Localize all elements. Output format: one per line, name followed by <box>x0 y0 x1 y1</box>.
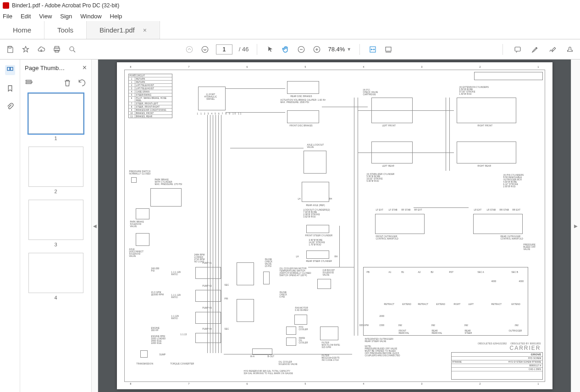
zoom-in-icon[interactable] <box>312 45 321 54</box>
zoom-display[interactable]: 78.4% ▼ <box>328 46 351 53</box>
sign-icon[interactable] <box>548 45 557 54</box>
menu-view[interactable]: View <box>39 13 52 20</box>
close-tab-icon[interactable]: × <box>143 27 147 34</box>
page-sheet: 87654321 87654321 PORTCIRCUIT 1RETURN 1R… <box>117 62 552 389</box>
svg-point-6 <box>202 46 208 53</box>
attachment-icon[interactable] <box>5 102 15 112</box>
rotate-icon[interactable] <box>77 79 87 87</box>
menubar: File Edit View Sign Window Help <box>0 11 580 21</box>
svg-rect-15 <box>26 82 32 84</box>
svg-rect-0 <box>9 46 11 48</box>
tab-home[interactable]: Home <box>0 21 44 39</box>
thumbnail-item[interactable]: 4 <box>23 253 88 300</box>
thumbnail-item[interactable]: 3 <box>23 200 88 247</box>
page-total: / 46 <box>239 46 249 53</box>
read-mode-icon[interactable] <box>384 45 393 54</box>
tab-document[interactable]: Binder1.pdf × <box>87 21 160 39</box>
save-icon[interactable] <box>6 45 15 54</box>
thumbnails-icon[interactable] <box>5 65 15 75</box>
titleblock: GROVE HYD SCHEM RT9000EHYD SYSTEM SCHEM … <box>451 352 543 380</box>
document-view[interactable]: 87654321 87654321 PORTCIRCUIT 1RETURN 1R… <box>98 60 571 392</box>
integrated-valve-block <box>363 267 528 336</box>
axle-lockout-block <box>304 151 326 174</box>
svg-rect-11 <box>515 47 520 51</box>
toolbar: / 46 78.4% ▼ <box>0 39 580 60</box>
port-table: PORTCIRCUIT 1RETURN 1RETURN 2LIFT/TELE/H… <box>128 74 172 118</box>
tab-tools[interactable]: Tools <box>44 21 87 39</box>
rear-outrigger-manifold <box>473 214 523 234</box>
schematic-drawing: 87654321 87654321 PORTCIRCUIT 1RETURN 1R… <box>124 70 545 382</box>
highlight-icon[interactable] <box>530 45 540 54</box>
separator <box>359 44 360 55</box>
bookmark-icon[interactable] <box>5 83 15 93</box>
menu-window[interactable]: Window <box>80 13 101 20</box>
options-icon[interactable] <box>25 79 34 87</box>
svg-rect-14 <box>26 80 32 82</box>
menu-sign[interactable]: Sign <box>60 13 72 20</box>
separator <box>257 44 257 55</box>
right-rear-block <box>457 142 516 163</box>
front-disc-block <box>287 110 319 123</box>
menu-file[interactable]: File <box>3 13 12 20</box>
thumbnail-item[interactable]: 2 <box>23 147 88 194</box>
left-rail <box>0 60 20 392</box>
carrier-text: CARRIER <box>509 345 541 351</box>
ruler-top: 87654321 <box>125 65 545 69</box>
thumbnail-panel: Page Thumb… × 1 2 3 4 <box>20 60 92 392</box>
titlebar: Binder1.pdf - Adobe Acrobat Pro DC (32-b… <box>0 0 580 11</box>
collapse-handle-right[interactable]: ▶ <box>571 60 580 392</box>
park-brake-block <box>150 188 182 207</box>
right-front-block <box>457 98 516 123</box>
tabbar: Home Tools Binder1.pdf × <box>0 21 580 39</box>
close-panel-icon[interactable]: × <box>83 64 87 72</box>
toolbar-right <box>501 44 574 55</box>
window-title: Binder1.pdf - Adobe Acrobat Pro DC (32-b… <box>12 2 119 9</box>
ruler-bottom: 87654321 <box>125 382 545 386</box>
stamp-icon[interactable] <box>565 45 574 54</box>
zoom-out-icon[interactable] <box>297 45 306 54</box>
svg-rect-10 <box>386 47 391 51</box>
revision-block <box>474 72 543 80</box>
page-up-icon[interactable] <box>185 45 194 54</box>
collapse-handle-left[interactable]: ◀ <box>92 60 98 392</box>
comment-icon[interactable] <box>513 45 522 54</box>
thumbnail-title: Page Thumb… <box>25 65 65 71</box>
svg-rect-12 <box>7 67 10 71</box>
svg-rect-13 <box>10 67 12 71</box>
menu-help[interactable]: Help <box>110 13 122 20</box>
fit-width-icon[interactable] <box>368 45 377 54</box>
toolbar-center: / 46 78.4% ▼ <box>185 44 393 55</box>
search-icon[interactable] <box>68 45 77 54</box>
cloud-icon[interactable] <box>37 45 46 54</box>
print-icon[interactable] <box>52 45 61 54</box>
page-input[interactable] <box>216 44 232 54</box>
svg-point-4 <box>70 47 74 51</box>
pdf-icon <box>3 2 9 9</box>
hand-icon[interactable] <box>281 45 290 54</box>
rear-disc-block <box>287 81 319 94</box>
chevron-left-icon: ◀ <box>93 223 97 229</box>
page-down-icon[interactable] <box>200 45 210 54</box>
svg-point-5 <box>186 46 193 53</box>
thumbnail-header: Page Thumb… × <box>20 60 91 76</box>
pointer-icon[interactable] <box>265 45 275 54</box>
content-area: Page Thumb… × 1 2 3 4 <box>0 60 580 392</box>
star-icon[interactable] <box>21 45 30 54</box>
delete-icon[interactable] <box>63 79 72 87</box>
menu-edit[interactable]: Edit <box>21 13 31 20</box>
thumbnail-list[interactable]: 1 2 3 4 <box>20 90 91 392</box>
thumbnail-tools <box>20 76 91 90</box>
chevron-down-icon: ▼ <box>347 47 351 52</box>
thumbnail-item[interactable]: 1 <box>23 93 88 141</box>
svg-rect-3 <box>55 50 59 52</box>
separator <box>503 44 503 55</box>
front-outrigger-manifold <box>375 214 425 234</box>
chevron-right-icon: ▶ <box>574 223 578 229</box>
